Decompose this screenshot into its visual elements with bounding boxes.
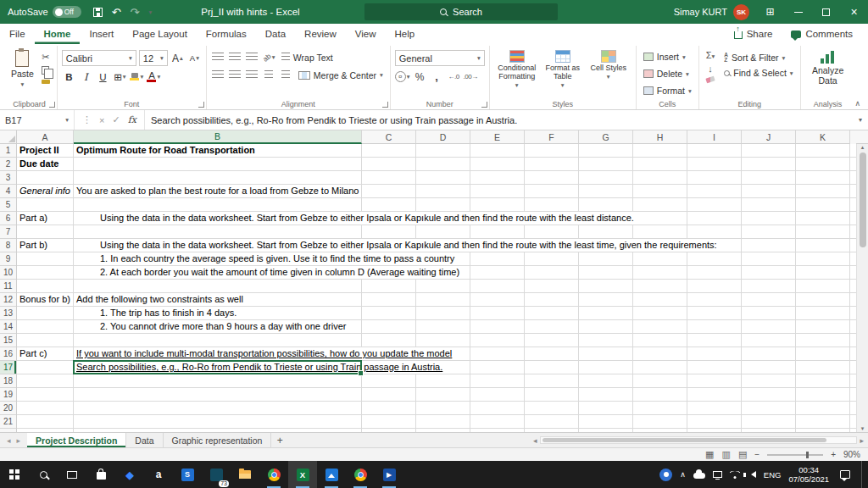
bold-button[interactable]: B — [62, 69, 76, 84]
zoom-slider[interactable] — [767, 454, 823, 456]
column-header-B[interactable]: B — [74, 130, 362, 144]
cell-B9[interactable]: 1. In each country the average speed is … — [74, 252, 457, 265]
format-as-table-button[interactable]: Format as Table ▾ — [540, 47, 586, 90]
row-header-21[interactable]: 21 — [0, 415, 16, 429]
format-painter-icon[interactable] — [42, 80, 50, 84]
top-align-button[interactable] — [211, 50, 225, 64]
number-dialog-launcher-icon[interactable] — [481, 102, 487, 108]
cell-styles-button[interactable]: Cell Styles ▾ — [586, 47, 632, 81]
account-button[interactable]: Simay KURT SK — [674, 4, 749, 20]
undo-icon[interactable]: ↶ — [112, 6, 121, 19]
column-header-J[interactable]: J — [742, 130, 796, 144]
underline-button[interactable]: U — [96, 69, 110, 84]
decrease-font-size-button[interactable]: A▾ — [187, 51, 202, 65]
cell-B12[interactable]: Add the following two constraints as wel… — [74, 293, 246, 306]
row-header-15[interactable]: 15 — [0, 334, 16, 347]
font-name-select[interactable]: Calibri ▾ — [62, 50, 136, 66]
increase-font-size-button[interactable]: A▴ — [170, 51, 185, 65]
photos-button[interactable] — [317, 461, 346, 488]
cell-B13[interactable]: 1. The trip has to finish in 4 days. — [74, 307, 239, 319]
orientation-button[interactable]: ab▾ — [262, 50, 276, 64]
menu-tab-home[interactable]: Home — [35, 24, 81, 44]
cell-B8[interactable]: Using the data in the data worksheet. St… — [74, 239, 720, 252]
minimize-button[interactable] — [784, 0, 812, 24]
vertical-scrollbar[interactable]: ▴ ▾ — [856, 144, 868, 432]
file-explorer-button[interactable] — [231, 461, 259, 488]
next-sheet-icon[interactable]: ▸ — [17, 436, 21, 445]
scroll-left-icon[interactable]: ◂ — [533, 436, 537, 445]
horizontal-scroll-thumb[interactable] — [542, 438, 827, 442]
comma-style-button[interactable]: , — [430, 69, 444, 84]
sheet-tab-data[interactable]: Data — [126, 433, 163, 447]
copy-icon[interactable] — [42, 66, 49, 75]
cell-B16[interactable]: If you want to include multi-modal trans… — [74, 347, 454, 360]
row-header-19[interactable]: 19 — [0, 388, 16, 402]
cell-A1[interactable]: Project II — [17, 144, 61, 157]
row-header-14[interactable]: 14 — [0, 320, 16, 334]
row-header-16[interactable]: 16 — [0, 347, 16, 361]
cancel-entry-icon[interactable]: × — [99, 115, 104, 125]
select-all-corner[interactable] — [0, 130, 17, 144]
cell-B10[interactable]: 2. At each border you wait the amount of… — [74, 266, 462, 279]
row-header-12[interactable]: 12 — [0, 293, 16, 307]
cell-B14[interactable]: 2. You cannot drive more than 9 hours a … — [74, 320, 348, 333]
row-header-8[interactable]: 8 — [0, 239, 16, 252]
display-icon[interactable] — [713, 471, 722, 478]
analyze-data-button[interactable]: Analyze Data — [805, 47, 851, 88]
column-header-E[interactable]: E — [470, 130, 525, 144]
row-header-20[interactable]: 20 — [0, 402, 16, 415]
dropbox-button[interactable]: ◆ — [115, 461, 144, 488]
name-box[interactable]: B17 ▾ — [0, 110, 75, 130]
row-header-10[interactable]: 10 — [0, 266, 16, 280]
vertical-scroll-thumb[interactable] — [860, 152, 866, 247]
cell-A12[interactable]: Bonus for b) — [17, 293, 73, 306]
percent-style-button[interactable]: % — [413, 69, 427, 84]
row-header-2[interactable]: 2 — [0, 158, 16, 171]
increase-indent-button[interactable] — [279, 68, 293, 82]
font-color-button[interactable]: A▾ — [147, 69, 161, 84]
menu-tab-help[interactable]: Help — [386, 24, 425, 44]
row-header-6[interactable]: 6 — [0, 212, 16, 225]
row-header-7[interactable]: 7 — [0, 225, 16, 239]
tray-app-icon[interactable] — [659, 469, 672, 481]
insert-function-icon[interactable]: fx — [128, 114, 136, 125]
show-desktop-button[interactable] — [861, 461, 865, 488]
clipboard-dialog-launcher-icon[interactable] — [49, 102, 55, 108]
cell-B6[interactable]: Using the data in the data worksheet. St… — [74, 212, 637, 225]
delete-cells-button[interactable]: Delete▾ — [641, 67, 694, 80]
notification-center-icon[interactable] — [840, 470, 850, 479]
menu-tab-page-layout[interactable]: Page Layout — [123, 24, 197, 44]
previous-sheet-icon[interactable]: ◂ — [7, 436, 11, 445]
excel-taskbar-button[interactable]: X — [288, 461, 317, 488]
row-header-4[interactable]: 4 — [0, 185, 16, 198]
clear-icon[interactable] — [705, 76, 715, 84]
paste-dropdown-icon[interactable]: ▾ — [21, 80, 25, 88]
zoom-in-button[interactable]: + — [831, 450, 836, 459]
cell-B4[interactable]: You are asked to plan the best route for… — [74, 185, 361, 197]
taskbar-search-button[interactable] — [29, 461, 58, 488]
decrease-indent-button[interactable] — [262, 68, 276, 82]
row-header-1[interactable]: 1 — [0, 144, 16, 158]
menu-tab-insert[interactable]: Insert — [80, 24, 123, 44]
name-box-dropdown-icon[interactable]: ▾ — [65, 116, 69, 124]
close-button[interactable]: × — [840, 0, 868, 24]
cell-B17[interactable]: Search possibilities, e.g., Ro-Ro from P… — [74, 361, 445, 374]
column-header-K[interactable]: K — [796, 130, 850, 144]
font-dialog-launcher-icon[interactable] — [198, 102, 204, 108]
wifi-icon[interactable] — [730, 471, 740, 479]
browser-button[interactable] — [346, 461, 375, 488]
cut-icon[interactable]: ✂ — [42, 52, 49, 63]
hidden-icons-chevron-icon[interactable]: ∧ — [680, 470, 686, 479]
search-input[interactable]: Search — [364, 3, 558, 20]
enter-entry-icon[interactable]: ✓ — [112, 114, 120, 125]
middle-align-button[interactable] — [228, 50, 242, 64]
italic-button[interactable]: I — [79, 69, 93, 84]
speaker-icon[interactable] — [751, 471, 756, 478]
row-header-18[interactable]: 18 — [0, 374, 16, 388]
autosave-toggle[interactable]: AutoSave Off — [8, 6, 81, 18]
cells-area[interactable]: Project IIOptimum Route for Road Transpo… — [17, 144, 856, 432]
formula-drag-icon[interactable]: ⋮ — [82, 114, 92, 125]
menu-tab-file[interactable]: File — [0, 24, 35, 44]
autosum-button[interactable]: Σ▾ — [706, 50, 715, 60]
scroll-right-icon[interactable]: ▸ — [860, 436, 864, 445]
